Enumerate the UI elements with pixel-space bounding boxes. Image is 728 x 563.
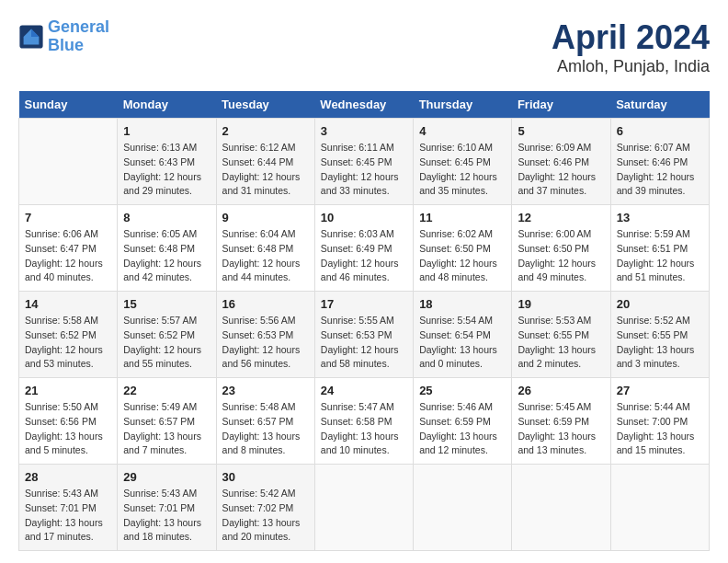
column-header-sunday: Sunday [19, 91, 118, 119]
day-detail: Sunrise: 6:07 AMSunset: 6:46 PMDaylight:… [617, 141, 703, 199]
week-row-5: 28Sunrise: 5:43 AMSunset: 7:01 PMDayligh… [19, 465, 710, 551]
day-number: 13 [617, 211, 703, 224]
day-detail: Sunrise: 5:43 AMSunset: 7:01 PMDaylight:… [123, 487, 210, 545]
day-number: 17 [321, 297, 407, 311]
day-detail: Sunrise: 6:10 AMSunset: 6:45 PMDaylight:… [419, 141, 506, 199]
day-number: 14 [25, 297, 111, 311]
day-cell: 7Sunrise: 6:06 AMSunset: 6:47 PMDaylight… [19, 205, 118, 292]
day-number: 11 [419, 211, 506, 224]
day-cell [512, 465, 610, 551]
day-cell: 1Sunrise: 6:13 AMSunset: 6:43 PMDaylight… [118, 119, 216, 205]
day-cell: 17Sunrise: 5:55 AMSunset: 6:53 PMDayligh… [314, 292, 413, 378]
column-header-monday: Monday [118, 91, 216, 119]
day-detail: Sunrise: 6:12 AMSunset: 6:44 PMDaylight:… [222, 141, 309, 199]
day-cell: 27Sunrise: 5:44 AMSunset: 7:00 PMDayligh… [610, 378, 709, 465]
day-cell [414, 465, 512, 551]
day-cell: 13Sunrise: 5:59 AMSunset: 6:51 PMDayligh… [610, 205, 709, 292]
day-cell: 29Sunrise: 5:43 AMSunset: 7:01 PMDayligh… [118, 465, 216, 551]
day-cell [19, 119, 118, 205]
day-cell [610, 465, 709, 551]
day-number: 2 [222, 124, 309, 138]
day-detail: Sunrise: 5:43 AMSunset: 7:01 PMDaylight:… [25, 487, 111, 545]
day-cell: 14Sunrise: 5:58 AMSunset: 6:52 PMDayligh… [19, 292, 118, 378]
day-detail: Sunrise: 6:09 AMSunset: 6:46 PMDaylight:… [518, 141, 604, 199]
day-detail: Sunrise: 5:42 AMSunset: 7:02 PMDaylight:… [222, 487, 309, 545]
day-number: 21 [25, 384, 111, 397]
day-cell: 12Sunrise: 6:00 AMSunset: 6:50 PMDayligh… [512, 205, 610, 292]
day-number: 23 [222, 384, 309, 397]
day-detail: Sunrise: 6:04 AMSunset: 6:48 PMDaylight:… [222, 227, 309, 285]
logo: General Blue [18, 18, 109, 55]
day-number: 24 [321, 384, 407, 397]
day-detail: Sunrise: 5:47 AMSunset: 6:58 PMDaylight:… [321, 400, 407, 458]
title-section: April 2024 Amloh, Punjab, India [552, 18, 710, 76]
day-detail: Sunrise: 6:05 AMSunset: 6:48 PMDaylight:… [123, 227, 210, 285]
day-number: 26 [518, 384, 604, 397]
week-row-4: 21Sunrise: 5:50 AMSunset: 6:56 PMDayligh… [19, 378, 710, 465]
day-cell [314, 465, 413, 551]
week-row-3: 14Sunrise: 5:58 AMSunset: 6:52 PMDayligh… [19, 292, 710, 378]
day-detail: Sunrise: 5:55 AMSunset: 6:53 PMDaylight:… [321, 314, 407, 372]
day-cell: 20Sunrise: 5:52 AMSunset: 6:55 PMDayligh… [610, 292, 709, 378]
day-detail: Sunrise: 5:46 AMSunset: 6:59 PMDaylight:… [419, 400, 506, 458]
day-detail: Sunrise: 6:00 AMSunset: 6:50 PMDaylight:… [518, 227, 604, 285]
day-detail: Sunrise: 6:02 AMSunset: 6:50 PMDaylight:… [419, 227, 506, 285]
day-cell: 22Sunrise: 5:49 AMSunset: 6:57 PMDayligh… [118, 378, 216, 465]
day-number: 29 [123, 470, 210, 484]
day-cell: 2Sunrise: 6:12 AMSunset: 6:44 PMDaylight… [216, 119, 314, 205]
day-number: 5 [518, 124, 604, 138]
day-detail: Sunrise: 5:50 AMSunset: 6:56 PMDaylight:… [25, 400, 111, 458]
location-title: Amloh, Punjab, India [552, 57, 710, 76]
week-row-2: 7Sunrise: 6:06 AMSunset: 6:47 PMDaylight… [19, 205, 710, 292]
day-number: 22 [123, 384, 210, 397]
day-number: 7 [25, 211, 111, 224]
day-number: 25 [419, 384, 506, 397]
day-number: 10 [321, 211, 407, 224]
day-number: 9 [222, 211, 309, 224]
day-cell: 21Sunrise: 5:50 AMSunset: 6:56 PMDayligh… [19, 378, 118, 465]
day-cell: 11Sunrise: 6:02 AMSunset: 6:50 PMDayligh… [414, 205, 512, 292]
day-number: 4 [419, 124, 506, 138]
column-header-friday: Friday [512, 91, 610, 119]
day-detail: Sunrise: 6:11 AMSunset: 6:45 PMDaylight:… [321, 141, 407, 199]
day-cell: 18Sunrise: 5:54 AMSunset: 6:54 PMDayligh… [414, 292, 512, 378]
day-cell: 23Sunrise: 5:48 AMSunset: 6:57 PMDayligh… [216, 378, 314, 465]
day-detail: Sunrise: 6:06 AMSunset: 6:47 PMDaylight:… [25, 227, 111, 285]
column-header-saturday: Saturday [610, 91, 709, 119]
day-cell: 3Sunrise: 6:11 AMSunset: 6:45 PMDaylight… [314, 119, 413, 205]
month-title: April 2024 [552, 18, 710, 57]
day-number: 20 [617, 297, 703, 311]
day-cell: 6Sunrise: 6:07 AMSunset: 6:46 PMDaylight… [610, 119, 709, 205]
column-header-wednesday: Wednesday [314, 91, 413, 119]
day-number: 30 [222, 470, 309, 484]
day-number: 8 [123, 211, 210, 224]
day-detail: Sunrise: 5:45 AMSunset: 6:59 PMDaylight:… [518, 400, 604, 458]
day-detail: Sunrise: 5:52 AMSunset: 6:55 PMDaylight:… [617, 314, 703, 372]
day-number: 18 [419, 297, 506, 311]
day-detail: Sunrise: 5:59 AMSunset: 6:51 PMDaylight:… [617, 227, 703, 285]
week-row-1: 1Sunrise: 6:13 AMSunset: 6:43 PMDaylight… [19, 119, 710, 205]
day-cell: 5Sunrise: 6:09 AMSunset: 6:46 PMDaylight… [512, 119, 610, 205]
day-number: 1 [123, 124, 210, 138]
day-cell: 30Sunrise: 5:42 AMSunset: 7:02 PMDayligh… [216, 465, 314, 551]
day-detail: Sunrise: 5:56 AMSunset: 6:53 PMDaylight:… [222, 314, 309, 372]
day-cell: 25Sunrise: 5:46 AMSunset: 6:59 PMDayligh… [414, 378, 512, 465]
day-cell: 16Sunrise: 5:56 AMSunset: 6:53 PMDayligh… [216, 292, 314, 378]
day-cell: 28Sunrise: 5:43 AMSunset: 7:01 PMDayligh… [19, 465, 118, 551]
day-cell: 8Sunrise: 6:05 AMSunset: 6:48 PMDaylight… [118, 205, 216, 292]
day-cell: 19Sunrise: 5:53 AMSunset: 6:55 PMDayligh… [512, 292, 610, 378]
column-header-tuesday: Tuesday [216, 91, 314, 119]
day-detail: Sunrise: 5:54 AMSunset: 6:54 PMDaylight:… [419, 314, 506, 372]
day-number: 19 [518, 297, 604, 311]
day-cell: 26Sunrise: 5:45 AMSunset: 6:59 PMDayligh… [512, 378, 610, 465]
day-number: 28 [25, 470, 111, 484]
day-cell: 9Sunrise: 6:04 AMSunset: 6:48 PMDaylight… [216, 205, 314, 292]
day-number: 12 [518, 211, 604, 224]
logo-icon [18, 24, 44, 50]
calendar-table: SundayMondayTuesdayWednesdayThursdayFrid… [18, 91, 710, 551]
day-number: 27 [617, 384, 703, 397]
column-header-thursday: Thursday [414, 91, 512, 119]
header-row: SundayMondayTuesdayWednesdayThursdayFrid… [19, 91, 710, 119]
day-cell: 15Sunrise: 5:57 AMSunset: 6:52 PMDayligh… [118, 292, 216, 378]
day-number: 6 [617, 124, 703, 138]
